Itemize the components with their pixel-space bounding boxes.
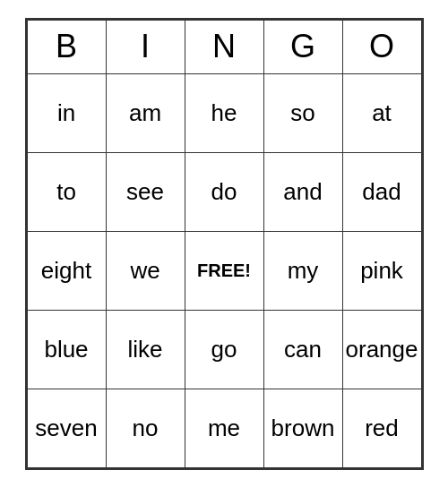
bingo-cell-2-3: my [263,231,342,310]
bingo-cell-4-4: red [342,389,421,467]
bingo-cell-2-1: we [106,231,185,310]
bingo-cell-1-2: do [185,152,263,231]
bingo-row-3: bluelikegocanorange [27,310,421,389]
bingo-cell-3-2: go [185,310,263,389]
bingo-row-1: toseedoanddad [27,152,421,231]
bingo-cell-2-2: FREE! [185,231,263,310]
bingo-cell-4-2: me [185,389,263,467]
bingo-cell-3-3: can [263,310,342,389]
bingo-cell-0-4: at [342,73,421,152]
bingo-cell-1-0: to [27,152,106,231]
bingo-cell-1-4: dad [342,152,421,231]
bingo-cell-3-4: orange [342,310,421,389]
bingo-card: BINGO inamhesoattoseedoanddadeightweFREE… [25,18,424,470]
bingo-cell-3-1: like [106,310,185,389]
header-cell-g: G [263,20,342,73]
header-cell-b: B [27,20,106,73]
header-cell-i: I [106,20,185,73]
bingo-cell-0-2: he [185,73,263,152]
bingo-cell-0-3: so [263,73,342,152]
bingo-cell-0-0: in [27,73,106,152]
bingo-cell-0-1: am [106,73,185,152]
bingo-cell-3-0: blue [27,310,106,389]
bingo-row-0: inamhesoat [27,73,421,152]
bingo-row-2: eightweFREE!mypink [27,231,421,310]
bingo-cell-2-0: eight [27,231,106,310]
bingo-cell-1-1: see [106,152,185,231]
header-row: BINGO [27,20,421,73]
bingo-cell-4-3: brown [263,389,342,467]
bingo-body: inamhesoattoseedoanddadeightweFREE!mypin… [27,73,421,467]
bingo-cell-4-1: no [106,389,185,467]
bingo-table: BINGO inamhesoattoseedoanddadeightweFREE… [27,20,422,468]
bingo-cell-4-0: seven [27,389,106,467]
bingo-cell-2-4: pink [342,231,421,310]
bingo-cell-1-3: and [263,152,342,231]
header-cell-o: O [342,20,421,73]
bingo-row-4: sevennomebrownred [27,389,421,467]
header-cell-n: N [185,20,263,73]
